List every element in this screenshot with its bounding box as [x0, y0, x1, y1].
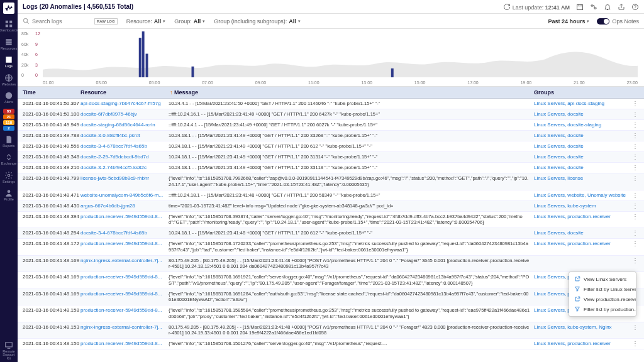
pipeline-icon[interactable]: [590, 3, 597, 11]
badge-error[interactable]: 21: [3, 114, 14, 119]
cell-resource[interactable]: license-jwts-5cbd98b8c9-rhbhr: [80, 175, 169, 181]
row-actions-icon[interactable]: ⋮: [631, 203, 639, 209]
cell-groups[interactable]: Linux Servers, production-receiver: [534, 241, 631, 246]
filter-group[interactable]: Group: All ▾: [174, 18, 205, 25]
table-row[interactable]: 2021-03-16 00:41:48.169production-receiv…: [18, 272, 644, 289]
cell-resource[interactable]: production-receiver-5949d559dd-8...: [80, 241, 169, 246]
col-header-resource[interactable]: Resource: [80, 89, 169, 96]
cell-groups[interactable]: Linux Servers, api-docs-staging: [534, 101, 631, 106]
cell-groups[interactable]: Linux Servers, docsite: [534, 133, 631, 138]
share-icon[interactable]: [618, 3, 625, 11]
sidebar-item-settings[interactable]: Settings: [1, 169, 16, 186]
cell-resource[interactable]: docsite-3-4-678bcc7fdf-4s65b: [80, 230, 169, 236]
table-row[interactable]: 2021-03-16 00:41:48.799license-jwts-5cbd…: [18, 173, 644, 190]
row-actions-icon[interactable]: ⋮: [631, 165, 639, 171]
cell-groups[interactable]: Linux Servers, docsite: [534, 154, 631, 160]
context-menu-item-filter-linux[interactable]: Filter list by Linux Servers: [569, 284, 636, 294]
table-row[interactable]: 2021-03-16 00:41:48.254docsite-3-4-678bc…: [18, 228, 644, 239]
help-icon[interactable]: [631, 3, 639, 11]
cell-resource[interactable]: production-receiver-5949d559dd-8...: [80, 307, 169, 313]
table-row[interactable]: 2021-03-16 00:41:49.949docsite-staging-6…: [18, 120, 644, 131]
row-actions-icon[interactable]: ⋮: [631, 101, 639, 107]
cell-resource[interactable]: production-receiver-5949d559dd-8...: [80, 274, 169, 280]
search-input[interactable]: [32, 18, 76, 25]
cell-resource[interactable]: production-receiver-5949d559dd-8...: [80, 291, 169, 297]
cell-resource[interactable]: argus-667c4b6db-jgm28: [80, 203, 169, 209]
row-actions-icon[interactable]: ⋮: [631, 111, 639, 118]
table-row[interactable]: 2021-03-16 00:41:50.100docsite-6f7dbf897…: [18, 109, 644, 120]
table-row[interactable]: 2021-03-16 00:41:49.556docsite-3-4-678bc…: [18, 141, 644, 152]
table-row[interactable]: 2021-03-16 00:41:48.158production-receiv…: [18, 305, 644, 322]
row-actions-icon[interactable]: ⋮: [631, 143, 639, 150]
col-header-message[interactable]: ↑ Message: [169, 89, 534, 96]
row-actions-icon[interactable]: ⋮: [631, 154, 639, 160]
cell-resource[interactable]: nginx-ingress-external-controller-7j...: [80, 324, 169, 330]
col-header-time[interactable]: Time: [23, 89, 80, 96]
sidebar-item-resources[interactable]: Resources: [1, 36, 16, 53]
table-row[interactable]: 2021-03-16 00:41:48.394production-receiv…: [18, 212, 644, 229]
table-row[interactable]: 2021-03-16 00:41:48.169production-receiv…: [18, 289, 644, 306]
row-actions-icon[interactable]: ⋮: [631, 133, 639, 139]
cell-resource[interactable]: api-docs-staging-7bb47c4c67-fh57g: [80, 101, 169, 106]
bell-icon[interactable]: [604, 3, 611, 11]
badge-info[interactable]: 2: [3, 126, 14, 131]
cell-groups[interactable]: Linux Servers, production-receiver: [534, 214, 631, 219]
cell-resource[interactable]: docsite-3-4-678bcc7fdf-4s65b: [80, 143, 169, 149]
cell-groups[interactable]: Linux Servers, docsite: [534, 230, 631, 236]
table-row[interactable]: 2021-03-16 00:41:49.348docsite-2-29-7d9d…: [18, 152, 644, 163]
cell-groups[interactable]: Linux Servers, docsite-staging: [534, 122, 631, 128]
table-row[interactable]: 2021-03-16 00:41:48.471website-unomalyco…: [18, 190, 644, 201]
cell-resource[interactable]: website-unomalycom-849b5c6f6-m...: [80, 192, 169, 198]
cell-groups[interactable]: Linux Servers, website, Unomaly website: [534, 192, 631, 198]
context-menu-item-filter-prod[interactable]: Filter list by production-r...: [569, 304, 636, 314]
sidebar-item-logs[interactable]: Logs: [1, 53, 16, 70]
col-header-groups[interactable]: Groups: [534, 89, 631, 96]
cell-groups[interactable]: Linux Servers, docsite: [534, 165, 631, 170]
cell-groups[interactable]: Linux Servers, kube-system: [534, 203, 631, 209]
row-actions-icon[interactable]: ⋮: [631, 230, 639, 236]
raw-log-button[interactable]: RAW LOG: [94, 18, 118, 25]
cell-resource[interactable]: docsite-2-29-7d9dcbcdf-9bd7d: [80, 154, 169, 160]
time-range-selector[interactable]: Past 24 hours ▾: [548, 18, 589, 25]
search-box[interactable]: [23, 18, 86, 25]
badge-critical[interactable]: 83: [3, 109, 14, 114]
table-body[interactable]: 2021-03-16 00:41:50.307api-docs-staging-…: [18, 99, 644, 362]
app-logo[interactable]: [3, 3, 14, 14]
badge-warning[interactable]: 118: [3, 120, 14, 125]
row-actions-icon[interactable]: ⋮: [631, 214, 639, 220]
calendar-icon[interactable]: [576, 3, 584, 11]
context-menu-item-view-prod[interactable]: View production-receiver: [569, 294, 636, 304]
table-row[interactable]: 2021-03-16 00:41:48.169nginx-ingress-ext…: [18, 256, 644, 273]
cell-groups[interactable]: Linux Servers, production-receiver: [534, 341, 631, 346]
row-actions-icon[interactable]: ⋮: [631, 341, 639, 347]
row-actions-icon[interactable]: ⋮: [631, 324, 639, 331]
cell-resource[interactable]: nginx-ingress-external-controller-7j...: [80, 258, 169, 263]
row-actions-icon[interactable]: ⋮: [631, 192, 639, 199]
cell-groups[interactable]: Linux Servers, docsite: [534, 143, 631, 149]
row-actions-icon[interactable]: ⋮: [631, 241, 639, 247]
table-row[interactable]: 2021-03-16 00:41:48.172production-receiv…: [18, 239, 644, 256]
table-row[interactable]: 2021-03-16 00:41:48.150production-receiv…: [18, 339, 644, 349]
row-actions-icon[interactable]: ⋮: [631, 175, 639, 182]
ops-notes-toggle[interactable]: [597, 18, 609, 25]
cell-groups[interactable]: Linux Servers, kube-system, Nginx: [534, 324, 631, 330]
cell-resource[interactable]: docsite-6f7dbf8975-46bjv: [80, 111, 169, 117]
sidebar-item-websites[interactable]: Websites: [1, 72, 16, 89]
sidebar-item-dashboards[interactable]: Dashboards: [1, 18, 16, 35]
sidebar-item-alerts[interactable]: Alerts: [1, 89, 16, 106]
row-actions-icon[interactable]: ⋮: [631, 258, 639, 264]
sidebar-item-exchange[interactable]: Exchange: [1, 151, 16, 168]
sidebar-item-reports[interactable]: Reports: [1, 133, 16, 150]
filter-resource[interactable]: Resource: All ▾: [126, 18, 166, 25]
table-row[interactable]: 2021-03-16 00:41:48.153nginx-ingress-ext…: [18, 322, 644, 339]
table-row[interactable]: 2021-03-16 00:41:50.307api-docs-staging-…: [18, 99, 644, 109]
table-row[interactable]: 2021-03-16 00:41:48.430argus-667c4b6db-j…: [18, 201, 644, 212]
cell-resource[interactable]: docsite-3-0-88cffl4bc-pkrdt: [80, 133, 169, 138]
filter-group-subgroups[interactable]: Group (including subgroups): All ▾: [214, 18, 301, 25]
row-actions-icon[interactable]: ⋮: [631, 122, 639, 128]
table-row[interactable]: 2021-03-16 00:41:49.210docsite-3-2-74bf9…: [18, 163, 644, 173]
cell-groups[interactable]: Linux Servers, license: [534, 175, 631, 181]
histogram-chart[interactable]: 80k60k40k20k0 129630 01:0003:0005:0007:0…: [18, 29, 644, 87]
cell-resource[interactable]: docsite-3-2-74bf94ccf5-ks82c: [80, 165, 169, 170]
cell-resource[interactable]: production-receiver-5949d559dd-8...: [80, 341, 169, 346]
